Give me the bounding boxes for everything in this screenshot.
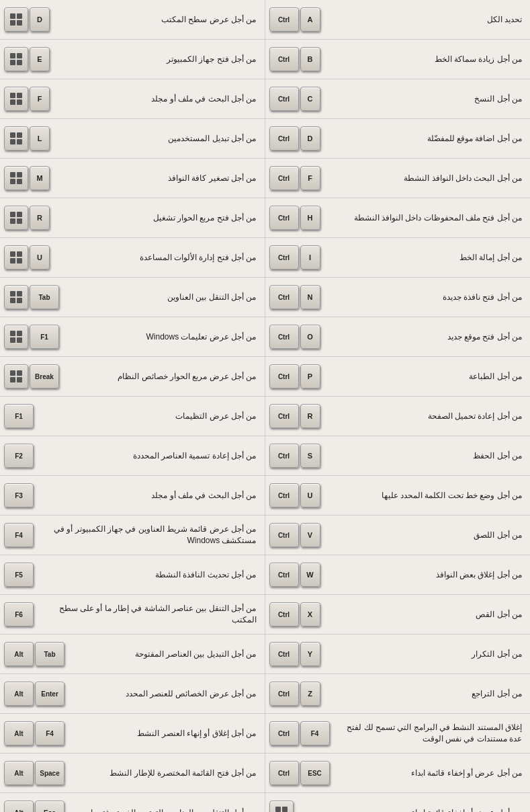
win-key — [4, 7, 28, 32]
win-key — [4, 325, 28, 349]
key-ctrl: Ctrl — [269, 47, 299, 71]
right-half: إغلاق المستند النشط في البرامج التي تسمح… — [265, 714, 531, 753]
key-ctrl: Ctrl — [269, 245, 299, 270]
key-ctrl: Ctrl — [269, 721, 299, 745]
key-w: W — [300, 563, 320, 587]
right-half: من أجل إعادة تحميل الصفحةRCtrl — [265, 397, 531, 436]
key-ctrl: Ctrl — [269, 285, 299, 309]
left-half: من أجل التنقل بين العناوينTab — [0, 278, 265, 317]
key-combination: WCtrl — [269, 563, 320, 587]
shortcut-description: من أجل الحفظ — [320, 450, 527, 462]
shortcut-description: من أجل فتح جهاز الكمبيوتر — [50, 54, 261, 65]
shortcut-description: من أجل عرض التظيمات — [34, 411, 261, 422]
shortcut-description: من أجل فتح ملف المحفوظات داخل النوافذ ال… — [320, 212, 527, 224]
key-b: B — [300, 47, 320, 71]
key-ctrl: Ctrl — [269, 563, 299, 587]
table-row: من أجل إمالة الخطICtrlمن أجل فتح إدارة ا… — [0, 238, 530, 278]
right-half: من أجل البحث داخل النوافذ النشطةFCtrl — [265, 159, 531, 198]
left-half: من أجل التنقل بين العناصر بالترتيب الذي … — [0, 793, 265, 812]
shortcut-description: من أجل النسخ — [320, 93, 527, 105]
left-half: من أجل إغلاق أو إنهاء العنصر النشطF4Alt — [0, 714, 265, 753]
key-combination: F2 — [4, 444, 34, 468]
left-half: من أجل عرض التظيماتF1 — [0, 397, 265, 436]
left-half: من أجل التنقل بين عناصر الشاشة في إطار م… — [0, 595, 265, 634]
table-row: من أجل الحفظSCtrlمن أجل إعادة تسمية العن… — [0, 436, 530, 476]
key-combination: CCtrl — [269, 87, 320, 111]
key-m: M — [30, 166, 50, 190]
win-key — [4, 245, 28, 270]
shortcut-description: من أجل تصغير كافة النوافذ — [50, 173, 261, 184]
key-combination: ICtrl — [269, 245, 320, 270]
shortcut-description: من أجل عرض أو إخفاء قائمة ابداء — [330, 768, 527, 779]
key-combination: L — [4, 126, 50, 151]
left-half: من أجل البحث في ملف أو مجلدF3 — [0, 476, 265, 515]
key-esc: Esc — [35, 801, 64, 812]
key-combination: F4 — [4, 523, 34, 547]
key-combination: F1 — [4, 325, 59, 349]
right-half: من أجل التكرارYCtrl — [265, 635, 531, 674]
right-half: من أجل الحفظSCtrl — [265, 436, 531, 475]
key-combination: Tab — [4, 285, 59, 309]
key-combination: RCtrl — [269, 404, 320, 428]
shortcut-description: من أجل التبديل بين العناصر المفتوحة — [64, 649, 261, 660]
left-half: من أجل فتح القائمة المختصرة للإطار النشط… — [0, 754, 265, 793]
key-ctrl: Ctrl — [269, 87, 299, 111]
key-r: R — [30, 206, 50, 230]
win-key — [4, 206, 28, 230]
right-half: من أجل النسخCCtrl — [265, 79, 531, 118]
shortcut-description: من أجل البحث في ملف أو مجلد — [34, 490, 261, 501]
right-half: من أجل اضافة موقع للمفضّلةDCtrl — [265, 119, 531, 158]
key-e: E — [30, 47, 50, 71]
key-tab: Tab — [30, 285, 59, 309]
key-combination: NCtrl — [269, 285, 320, 309]
key-ctrl: Ctrl — [269, 325, 299, 349]
key-r: R — [300, 404, 320, 428]
table-row: من أجل زيادة سماكة الخطBCtrlمن أجل فتح ج… — [0, 40, 530, 79]
key-combination: F6 — [4, 602, 34, 626]
left-half: من أجل فتح مربع الحوار تشغيلR — [0, 198, 265, 237]
table-row: من أجل فتح موقع جديدOCtrlمن أجل عرض تعلي… — [0, 317, 530, 357]
key-v: V — [300, 523, 320, 547]
key-combination: OCtrl — [269, 325, 320, 349]
key-combination: UCtrl — [269, 483, 320, 508]
key-alt: Alt — [4, 761, 34, 785]
key-f2: F2 — [4, 444, 34, 468]
shortcut-description: من أجل فتح موقع جديد — [320, 331, 527, 343]
key-f4: F4 — [35, 721, 64, 745]
table-row: من أجل اللصقVCtrlمن أجل عرض قائمة شريط ا… — [0, 516, 530, 555]
key-alt: Alt — [4, 642, 34, 666]
table-row: من أجل القصXCtrlمن أجل التنقل بين عناصر … — [0, 595, 530, 635]
left-half: من أجل فتح جهاز الكمبيوترE — [0, 40, 265, 79]
key-d: D — [300, 126, 320, 151]
key-combination: ESCCtrl — [269, 761, 330, 785]
shortcut-description: من أجل إغلاق بعض النوافذ — [320, 569, 527, 581]
right-half: من أجل اللصقVCtrl — [265, 516, 531, 555]
key-s: S — [300, 444, 320, 468]
table-row: من أجل الطباعةPCtrlمن أجل عرض مربع الحوا… — [0, 357, 530, 397]
left-half: من أجل فتح إدارة الألوات المساعدةU — [0, 238, 265, 277]
table-row: من أجل فتح نافذة جديدةNCtrlمن أجل التنقل… — [0, 278, 530, 317]
table-row: من أجل وضع خط تحت الكلمة المحدد عليهاUCt… — [0, 476, 530, 516]
key-combination: F — [4, 87, 50, 111]
shortcut-description: من أجل عرض مربع الحوار خصائص النظام — [59, 371, 261, 382]
key-ctrl: Ctrl — [269, 404, 299, 428]
key-combination: HCtrl — [269, 206, 320, 230]
key-ctrl: Ctrl — [269, 166, 299, 190]
key-combination: YCtrl — [269, 642, 320, 666]
key-combination: ACtrl — [269, 7, 320, 32]
key-combination: E — [4, 47, 50, 71]
table-row: من أجل فتح ملف المحفوظات داخل النوافذ ال… — [0, 198, 530, 238]
win-key — [4, 126, 28, 151]
key-tab: Tab — [35, 642, 64, 666]
shortcut-description: من أجل عرض قائمة شريط العناوين في جهاز ا… — [34, 524, 261, 546]
win-key — [4, 87, 28, 111]
right-half: من أجل فتح موقع جديدOCtrl — [265, 317, 531, 356]
keyboard-shortcuts-table: تحديد الكلACtrlمن أجل عرض سطح المكتبDمن … — [0, 0, 530, 812]
key-u: U — [300, 483, 320, 508]
key-n: N — [300, 285, 320, 309]
table-row: من أجل اضافة موقع للمفضّلةDCtrlمن أجل تب… — [0, 119, 530, 159]
right-half: من أجل عرض أو إخفاء قائمة ابداء — [265, 793, 531, 812]
table-row: من أجل التكرارYCtrlمن أجل التبديل بين ال… — [0, 635, 530, 674]
key-combination — [269, 801, 294, 812]
shortcut-description: من أجل فتح نافذة جديدة — [320, 292, 527, 303]
